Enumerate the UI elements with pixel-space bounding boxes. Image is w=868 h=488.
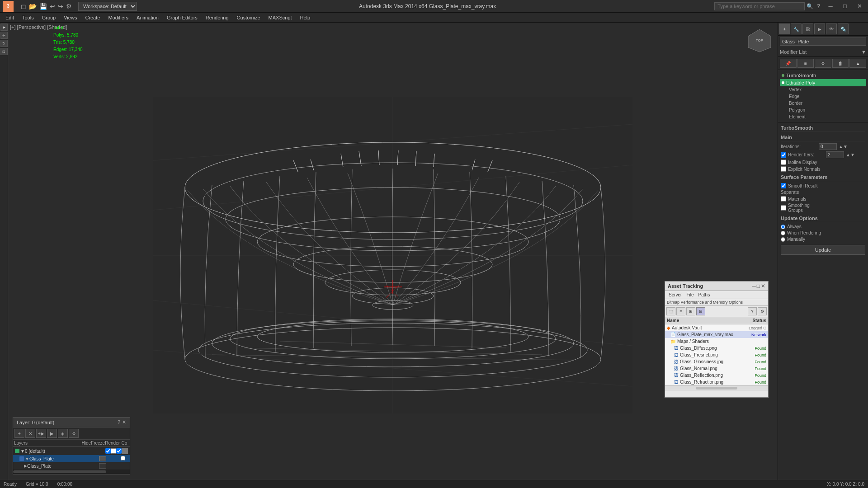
object-name-input[interactable]	[780, 38, 866, 46]
smoothing-groups-checkbox[interactable]	[781, 205, 786, 211]
modifier-editable-poly[interactable]: Editable Poly	[780, 79, 866, 86]
layer-scrollbar-thumb[interactable]	[13, 470, 106, 473]
list-item[interactable]: ▶ Glass_Plate	[13, 462, 130, 469]
configure-button[interactable]: ⚙	[815, 59, 831, 68]
asset-scrollbar-h[interactable]	[665, 385, 768, 390]
menu-views[interactable]: Views	[60, 14, 80, 21]
list-item[interactable]: 📄 Glass_Plate_max_vray.max Network	[665, 331, 768, 338]
maximize-button[interactable]: □	[838, 2, 852, 11]
modifier-polygon[interactable]: Polygon	[780, 107, 866, 113]
menu-customize[interactable]: Customize	[233, 14, 264, 21]
panel-tab-motion[interactable]: ▶	[814, 23, 825, 34]
select-tool[interactable]: ▶	[0, 23, 8, 31]
list-item[interactable]: 🖼 Glass_Normal.png Found	[665, 365, 768, 372]
redo-icon[interactable]: ↪	[57, 3, 64, 10]
layer-select-button[interactable]: ▶	[47, 429, 57, 438]
list-item[interactable]: ▼ Glass_Plate	[13, 455, 130, 462]
layer-panel-header[interactable]: Layer: 0 (default) ? ✕	[13, 418, 130, 427]
layer-expand-icon[interactable]: ▼	[25, 456, 29, 461]
list-item[interactable]: 🖼 Glass_Refraction.png Found	[665, 379, 768, 385]
menu-edit[interactable]: Edit	[2, 14, 18, 21]
layer-hide-checkbox[interactable]	[105, 448, 111, 454]
modifier-list-dropdown[interactable]: ▼	[861, 49, 866, 55]
layer-color-swatch[interactable]	[122, 448, 128, 454]
explicit-normals-checkbox[interactable]	[781, 166, 786, 172]
asset-restore-button[interactable]: □	[757, 283, 760, 289]
list-item[interactable]: 🖼 Glass_Glossiness.jpg Found	[665, 358, 768, 365]
render-iters-input[interactable]	[826, 151, 844, 158]
manually-radio[interactable]	[781, 237, 785, 242]
navigation-cube[interactable]: TOP	[746, 27, 773, 54]
layer-highlight-button[interactable]: ◈	[58, 429, 68, 438]
iterations-spinner[interactable]: ▲▼	[839, 144, 848, 149]
iterations-input[interactable]	[819, 143, 837, 150]
smooth-result-checkbox[interactable]	[781, 183, 786, 188]
modifier-edge[interactable]: Edge	[780, 93, 866, 100]
move-tool[interactable]: ✛	[0, 32, 8, 39]
panel-tab-modify[interactable]: 🔧	[791, 23, 802, 34]
asset-settings-button[interactable]: ⚙	[758, 307, 767, 315]
asset-close-button[interactable]: ✕	[761, 283, 765, 289]
layer-close-button[interactable]: ✕	[122, 419, 126, 425]
asset-tool-3[interactable]: ⊞	[686, 307, 695, 315]
update-button[interactable]: Update	[781, 245, 865, 255]
isoline-checkbox[interactable]	[781, 160, 786, 165]
open-icon[interactable]: 📂	[28, 3, 38, 10]
menu-maxscript[interactable]: MAXScript	[265, 14, 296, 21]
modifier-turbosmooth[interactable]: TurboSmooth	[780, 72, 866, 79]
list-item[interactable]: ◆ Autodesk Vault Logged C	[665, 324, 768, 331]
menu-help[interactable]: Help	[297, 14, 314, 21]
search-icon[interactable]: 🔍	[805, 3, 815, 9]
menu-rendering[interactable]: Rendering	[202, 14, 232, 21]
viewport[interactable]: [+] [Perspective] [Shaded] Total Polys: …	[8, 23, 778, 488]
close-button[interactable]: ✕	[853, 2, 866, 11]
panel-tab-create[interactable]: ✦	[779, 23, 790, 34]
search-input[interactable]	[714, 2, 805, 10]
rotate-tool[interactable]: ↻	[0, 40, 8, 47]
settings-icon[interactable]: ⚙	[65, 3, 73, 10]
asset-scrollbar-thumb[interactable]	[696, 387, 737, 389]
layer-render-checkbox[interactable]	[116, 448, 122, 454]
panel-tab-utilities[interactable]: 🔩	[838, 23, 849, 34]
pin-stack-button[interactable]: 📌	[780, 59, 797, 68]
list-item[interactable]: ▼ 0 (default)	[13, 447, 130, 455]
modifier-border[interactable]: Border	[780, 100, 866, 107]
help-icon[interactable]: ?	[815, 3, 822, 9]
delete-modifier-button[interactable]: 🗑	[832, 59, 849, 68]
render-iters-checkbox[interactable]	[781, 152, 786, 158]
list-item[interactable]: 🖼 Glass_Fresnel.png Found	[665, 352, 768, 358]
save-icon[interactable]: 💾	[38, 3, 48, 10]
scale-tool[interactable]: ⊡	[0, 48, 8, 55]
list-item[interactable]: 📁 Maps / Shaders	[665, 338, 768, 345]
new-icon[interactable]: ◻	[20, 3, 27, 10]
asset-minimize-button[interactable]: ─	[752, 283, 756, 289]
list-item[interactable]: 🖼 Glass_Diffuse.png Found	[665, 345, 768, 352]
move-up-button[interactable]: ▲	[849, 59, 866, 68]
layer-new-button[interactable]: +	[14, 429, 24, 438]
workspace-selector[interactable]: Workspace: Default	[78, 2, 137, 11]
panel-tab-display[interactable]: 👁	[826, 23, 837, 34]
render-iters-spinner[interactable]: ▲▼	[846, 152, 855, 157]
layer-help-button[interactable]: ?	[118, 419, 120, 425]
show-all-button[interactable]: ≡	[797, 59, 814, 68]
undo-icon[interactable]: ↩	[49, 3, 56, 10]
layer-delete-button[interactable]: ✕	[25, 429, 35, 438]
always-radio[interactable]	[781, 225, 785, 229]
menu-modifiers[interactable]: Modifiers	[104, 14, 132, 21]
layer-settings-button[interactable]: ⚙	[69, 429, 79, 438]
asset-tool-4[interactable]: ⊟	[696, 307, 705, 315]
layer-checkbox[interactable]	[121, 456, 125, 460]
modifier-vertex[interactable]: Vertex	[780, 86, 866, 93]
asset-menu-file[interactable]: File	[684, 292, 695, 298]
when-rendering-radio[interactable]	[781, 231, 785, 235]
panel-tab-hierarchy[interactable]: ⛓	[802, 23, 813, 34]
menu-group[interactable]: Group	[38, 14, 60, 21]
minimize-button[interactable]: ─	[824, 2, 837, 11]
menu-graph-editors[interactable]: Graph Editors	[163, 14, 201, 21]
layer-add-selection-button[interactable]: +▶	[36, 429, 46, 438]
menu-create[interactable]: Create	[81, 14, 104, 21]
asset-menu-paths[interactable]: Paths	[697, 292, 712, 298]
materials-checkbox[interactable]	[781, 196, 786, 202]
menu-animation[interactable]: Animation	[133, 14, 162, 21]
asset-tool-2[interactable]: ≡	[676, 307, 685, 315]
